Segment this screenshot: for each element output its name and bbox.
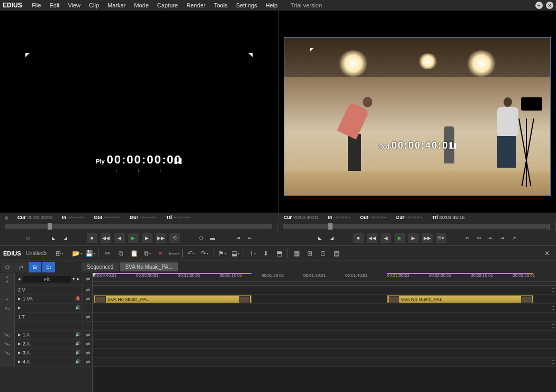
new-sequence-button[interactable]: ⊞▾ <box>53 248 65 259</box>
speaker-icon[interactable]: 🔊 <box>75 359 80 364</box>
zoom-in-button[interactable]: ► <box>76 277 80 281</box>
sequence-tab[interactable]: Sequence1 <box>82 262 119 271</box>
mute-icon[interactable]: 🔇 <box>75 296 80 302</box>
track-3a[interactable] <box>93 349 556 358</box>
menu-mode[interactable]: Mode <box>130 2 153 8</box>
paste-button[interactable]: 📋 <box>128 248 140 259</box>
title-button[interactable]: T▾ <box>247 248 258 259</box>
layout-button[interactable]: ⊞ <box>304 248 316 259</box>
rewind-button[interactable]: ◀◀ <box>101 233 111 243</box>
menu-help[interactable]: Help <box>261 2 282 8</box>
prev-edit-button[interactable]: ⤆ <box>463 233 472 243</box>
menu-tools[interactable]: Tools <box>210 2 232 8</box>
loop-button[interactable]: ⟲ <box>169 233 180 243</box>
copy-button[interactable]: ⧉ <box>115 248 127 259</box>
replace-button[interactable]: ⧉▾ <box>141 248 153 259</box>
fast-forward-button[interactable]: ▶▶ <box>422 233 433 243</box>
layout-button[interactable]: ▤ <box>330 248 342 259</box>
sync-toggle[interactable]: ⇄ <box>83 340 92 348</box>
source-scrubber[interactable] <box>0 222 278 231</box>
track-header-3a[interactable]: ▶3 A <box>15 350 75 355</box>
menu-marker[interactable]: Marker <box>103 2 130 8</box>
speaker-icon[interactable]: 🔊 <box>75 341 80 347</box>
scrubber-handle[interactable] <box>48 223 52 230</box>
undo-button[interactable]: ↶▾ <box>185 248 197 259</box>
sync-toggle[interactable]: ⇄ <box>83 273 92 285</box>
zoom-out-button[interactable]: ◄ <box>17 277 21 281</box>
timeline-tracks[interactable]: ▴▾ SVA No Music_PAL SVA No Music_PAL ▴▾ … <box>93 286 556 367</box>
record-scrubber[interactable] <box>278 222 556 231</box>
minimize-button[interactable]: − <box>535 2 543 9</box>
step-back-button[interactable]: ◀ <box>114 233 125 243</box>
play-button[interactable]: ▶ <box>394 233 405 243</box>
next-edit-button[interactable]: ⤇ <box>475 233 483 243</box>
panel-close-button[interactable]: ✕ <box>541 248 553 259</box>
mode-button[interactable]: ▭ <box>24 233 33 243</box>
step-forward-button[interactable]: ▶ <box>408 233 419 243</box>
step-forward-button[interactable]: ▶ <box>142 233 153 243</box>
loop-button[interactable]: ⟲▾ <box>436 233 446 243</box>
work-area-bar[interactable] <box>94 273 252 274</box>
clip[interactable]: SVA No Music_PAL <box>387 295 533 303</box>
ripple-delete-button[interactable]: ⟸▾ <box>168 248 180 259</box>
zoom-dropdown[interactable]: ▾ <box>73 277 75 281</box>
sync-toggle[interactable]: ⇄ <box>83 295 92 303</box>
scrubber-handle[interactable] <box>328 223 333 230</box>
track-4a[interactable]: ▴▾ <box>93 358 556 367</box>
capture-button[interactable]: ⬒ <box>273 248 285 259</box>
menu-clip[interactable]: Clip <box>85 2 103 8</box>
track-header-1a[interactable]: ▶1 A <box>15 332 75 338</box>
timeline-ruler[interactable]: 00:00:40:01 00:00:50:01 00:01:00:01 00:0… <box>93 273 556 282</box>
marker-button[interactable]: ⚑▾ <box>216 248 228 259</box>
cut-button[interactable]: ✂ <box>102 248 113 259</box>
mode-proxy-button[interactable]: C: <box>42 262 55 272</box>
track-1va-audio[interactable]: ▴▾ <box>93 304 556 313</box>
menu-view[interactable]: View <box>64 2 85 8</box>
mark-in-button[interactable]: ◣ <box>50 233 58 243</box>
tool-button[interactable]: ▬ <box>209 233 217 243</box>
track-2v[interactable]: ▴▾ <box>93 286 556 295</box>
menu-file[interactable]: File <box>28 2 46 8</box>
menu-render[interactable]: Render <box>182 2 210 8</box>
rewind-button[interactable]: ◀◀ <box>367 233 378 243</box>
stop-button[interactable]: ■ <box>353 233 364 243</box>
mode-trim-button[interactable]: ⇄ <box>15 262 28 272</box>
delete-button[interactable]: ✕ <box>155 248 166 259</box>
mark-out-button[interactable]: ◢ <box>328 233 336 243</box>
track-header-2v[interactable]: 2 V <box>15 287 83 293</box>
mode-normal-button[interactable]: ⬡ <box>1 262 14 272</box>
mark-in-button[interactable]: ◣ <box>316 233 325 243</box>
layout-button[interactable]: ⊡ <box>317 248 329 259</box>
sync-toggle[interactable]: ⇄ <box>83 358 92 366</box>
track-header-2a[interactable]: ▶2 A <box>15 341 75 347</box>
save-button[interactable]: 💾▾ <box>84 248 96 259</box>
track-header-1va[interactable]: ▶1 VA <box>15 296 75 302</box>
open-button[interactable]: 📂▾ <box>71 248 83 259</box>
menu-edit[interactable]: Edit <box>45 2 64 8</box>
goto-out-button[interactable]: ⇥ <box>498 233 507 243</box>
play-button[interactable]: ▶ <box>128 233 139 243</box>
sync-toggle[interactable]: ⇄ <box>83 286 92 294</box>
track-header-4a[interactable]: ▶4 A <box>15 359 75 364</box>
stop-button[interactable]: ■ <box>87 233 97 243</box>
track-1va-video[interactable]: SVA No Music_PAL SVA No Music_PAL <box>93 295 556 304</box>
mode-multicam-button[interactable]: ⊟ <box>29 262 41 272</box>
tool-button[interactable]: ⬡ <box>197 233 205 243</box>
track-1t[interactable] <box>93 313 556 322</box>
fast-forward-button[interactable]: ▶▶ <box>156 233 166 243</box>
layout-button[interactable]: ▦ <box>291 248 302 259</box>
track-1a[interactable] <box>93 331 556 340</box>
export-button[interactable]: ↗ <box>510 233 518 243</box>
track-header-1t[interactable]: 1 T <box>15 314 83 320</box>
track-2a[interactable] <box>93 340 556 349</box>
overwrite-button[interactable]: ⇤ <box>246 233 254 243</box>
menu-capture[interactable]: Capture <box>153 2 182 8</box>
speaker-icon[interactable]: 🔊 <box>75 350 80 355</box>
redo-button[interactable]: ↷▾ <box>199 248 210 259</box>
zoom-value[interactable]: Fit <box>23 276 71 282</box>
speaker-icon[interactable]: 🔊 <box>75 332 80 338</box>
sync-toggle[interactable]: ⇄ <box>83 313 92 321</box>
track-gap[interactable]: ▴▾ <box>93 322 556 331</box>
insert-button[interactable]: ⇥ <box>234 233 243 243</box>
render-button[interactable]: ⬓▾ <box>229 248 241 259</box>
